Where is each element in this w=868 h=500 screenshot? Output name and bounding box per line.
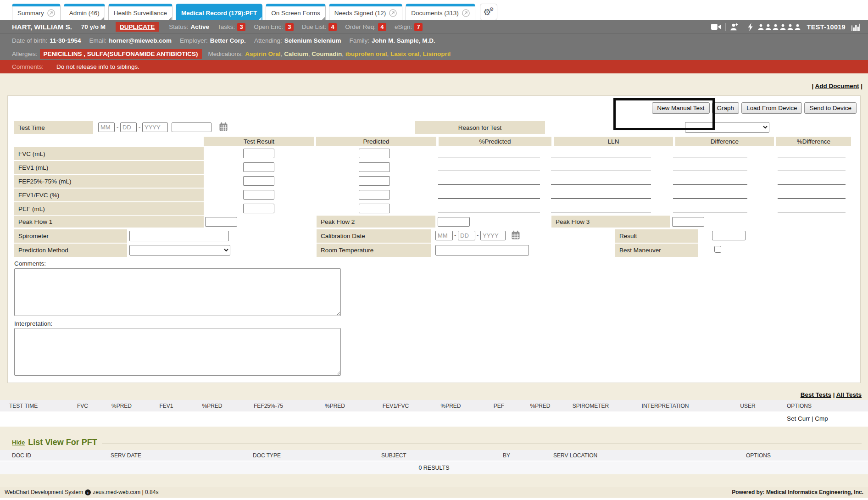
test-result-input[interactable] [243, 149, 274, 158]
calibration-yyyy-input[interactable] [480, 231, 506, 240]
medication-item[interactable]: Aspirin Oral [245, 50, 280, 57]
test-result-input[interactable] [243, 190, 274, 200]
doc-col-subject[interactable]: SUBJECT [381, 452, 406, 459]
predicted-input[interactable] [359, 204, 390, 213]
interpretation-label: Interpretation: [14, 320, 52, 327]
doc-col-options[interactable]: OPTIONS [746, 452, 771, 459]
bar-chart-icon[interactable] [851, 23, 861, 31]
doc-col-by[interactable]: BY [503, 452, 510, 459]
add-person-icon[interactable] [730, 23, 739, 31]
load-from-device-button[interactable]: Load From Device [741, 102, 802, 114]
test-result-input[interactable] [243, 162, 274, 172]
peak-flow-1-label: Peak Flow 1 [14, 216, 204, 228]
medication-item[interactable]: Coumadin [312, 50, 342, 57]
all-tests-link[interactable]: All Tests [836, 391, 862, 398]
peak-flow-2-input[interactable] [438, 217, 470, 227]
difference-blank [673, 198, 747, 199]
popup-arrow-icon[interactable] [47, 9, 55, 17]
due-list-badge[interactable]: 4 [328, 23, 337, 31]
esign-label: eSign: [395, 23, 412, 30]
allergies-value[interactable]: PENICILLINS , SULFA(SULFONAMIDE ANTIBIOT… [40, 49, 202, 59]
test-time-input[interactable] [172, 122, 211, 132]
medication-item[interactable]: Calcium [284, 50, 308, 57]
calendar-icon[interactable] [511, 230, 520, 240]
row-label: FEV1 (mL) [14, 161, 204, 174]
esign-badge[interactable]: 7 [414, 23, 423, 31]
peak-flow-1-input[interactable] [205, 217, 237, 227]
spirometer-input[interactable] [129, 231, 229, 241]
tab-needs-signed[interactable]: Needs Signed (12) [329, 4, 403, 20]
graph-button[interactable]: Graph [712, 102, 740, 114]
order-req-badge[interactable]: 4 [378, 23, 386, 31]
peak-flow-3-label: Peak Flow 3 [551, 216, 670, 228]
test-date-mm-input[interactable] [98, 122, 115, 132]
hide-list-view-link[interactable]: Hide [12, 439, 25, 446]
measure-row-fvc: FVC (mL) [8, 147, 860, 160]
medication-item[interactable]: Lisinopril [423, 50, 451, 57]
measure-row-pef: PEF (mL) [8, 202, 860, 215]
res-col-fvc: FVC [64, 403, 101, 409]
lln-blank [551, 198, 651, 199]
test-date-dd-input[interactable] [120, 122, 137, 132]
peak-flow-row: Peak Flow 1 Peak Flow 2 Peak Flow 3 [8, 216, 860, 228]
video-camera-icon[interactable] [711, 23, 721, 30]
res-col-fev1-fvc: FEV1/FVC [367, 403, 424, 409]
tab-summary[interactable]: Summary [12, 4, 61, 20]
doc-col-serv-location[interactable]: SERV LOCATION [553, 452, 597, 459]
popup-arrow-icon[interactable] [389, 9, 397, 17]
doc-col-doc-type[interactable]: DOC TYPE [253, 452, 281, 459]
medication-item[interactable]: Lasix oral [390, 50, 419, 57]
col-predicted: Predicted [316, 137, 436, 146]
predicted-input[interactable] [359, 149, 390, 158]
test-date-yyyy-input[interactable] [142, 122, 168, 132]
tab-admin[interactable]: Admin (46) [64, 4, 105, 20]
calibration-mm-input[interactable] [435, 231, 453, 240]
tab-on-screen-forms[interactable]: On Screen Forms [266, 4, 326, 20]
result-input[interactable] [712, 231, 746, 240]
doc-col-serv-date[interactable]: SERV DATE [111, 452, 141, 459]
calendar-icon[interactable] [219, 122, 228, 132]
medication-item[interactable]: ibuprofen oral [345, 50, 387, 57]
send-to-device-button[interactable]: Send to Device [804, 102, 857, 114]
test-result-input[interactable] [243, 176, 274, 186]
lightning-icon [747, 23, 753, 31]
calibration-date-label: Calibration Date [317, 229, 431, 243]
person-icon [794, 23, 801, 31]
prediction-method-select[interactable] [129, 245, 230, 256]
best-tests-link[interactable]: Best Tests [801, 391, 831, 398]
best-maneuver-checkbox[interactable] [714, 246, 721, 253]
popup-arrow-icon[interactable] [462, 9, 470, 17]
add-document-link[interactable]: Add Document [815, 83, 859, 89]
predicted-input[interactable] [359, 190, 390, 200]
peak-flow-3-input[interactable] [672, 217, 704, 227]
measure-row-fev1-fvc: FEV1/FVC (%) [8, 189, 860, 201]
predicted-input[interactable] [359, 162, 390, 172]
tab-health-surveillance[interactable]: Health Surveillance [108, 4, 172, 20]
doc-col-doc-id[interactable]: DOC ID [12, 452, 31, 459]
tab-documents[interactable]: Documents (313) [406, 4, 475, 20]
reason-for-test-select[interactable] [685, 122, 769, 133]
prediction-method-label: Prediction Method [14, 244, 127, 257]
new-manual-test-button[interactable]: New Manual Test [652, 102, 709, 114]
predicted-input[interactable] [359, 176, 390, 186]
calibration-dd-input[interactable] [458, 231, 475, 240]
set-curr-cmp-links[interactable]: Set Curr | Cmp [787, 415, 828, 422]
tasks-badge[interactable]: 3 [237, 23, 245, 31]
interpretation-textarea[interactable] [14, 328, 341, 376]
tab-medical-record[interactable]: Medical Record (179):PFT [176, 4, 262, 20]
test-result-input[interactable] [243, 204, 274, 213]
status-value: Active [190, 23, 209, 30]
duplicate-flag[interactable]: DUPLICATE [116, 22, 159, 32]
pct-difference-blank [778, 198, 846, 199]
room-temperature-input[interactable] [435, 245, 529, 256]
test-time-row: Test Time - - Reason for Test [8, 121, 860, 134]
open-enc-badge[interactable]: 3 [285, 23, 294, 31]
family-value: John M. Sample, M.D. [372, 37, 435, 44]
pft-toolbar: New Manual Test Graph Load From Device S… [652, 102, 857, 114]
form-comments-textarea[interactable] [14, 268, 341, 316]
tasks-label: Tasks: [217, 23, 235, 30]
header-icon-cluster: TEST-10019 [711, 23, 861, 31]
patient-header-row1: HART, WILLIAM S. 70 y/o M DUPLICATE Stat… [0, 20, 868, 33]
info-icon[interactable] [85, 489, 91, 495]
settings-gears-icon[interactable]: ⚙⚙ [480, 4, 497, 20]
